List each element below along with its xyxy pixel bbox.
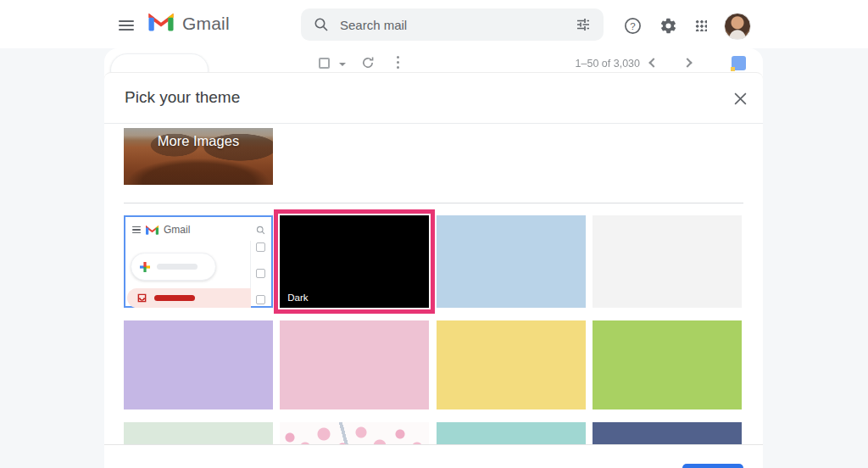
- more-options-icon[interactable]: [397, 56, 399, 71]
- theme-tile-teal[interactable]: [437, 422, 586, 444]
- google-apps-icon[interactable]: [692, 16, 710, 35]
- theme-tile-daffodil[interactable]: [437, 320, 586, 410]
- theme-scroll-area: More Images Gmail Dark: [104, 124, 763, 444]
- theme-tile-slate[interactable]: [593, 422, 742, 444]
- theme-tile-label: Dark: [287, 292, 308, 303]
- gmail-brand: Gmail: [148, 12, 230, 35]
- preview-compose-button: [131, 253, 216, 281]
- preview-inbox-row: [127, 288, 251, 308]
- theme-tile-lavender[interactable]: [124, 320, 273, 410]
- save-button[interactable]: [682, 464, 743, 468]
- older-page-icon[interactable]: [682, 58, 692, 67]
- result-count: 1–50 of 3,030: [520, 58, 640, 70]
- dialog-footer: [104, 444, 763, 468]
- search-options-icon[interactable]: [573, 14, 593, 35]
- close-icon[interactable]: [732, 90, 748, 107]
- theme-tile-mint[interactable]: [124, 422, 273, 444]
- preview-checkbox: [256, 269, 265, 278]
- preview-inbox-icon: [137, 293, 147, 303]
- newer-page-icon[interactable]: [648, 58, 658, 67]
- dialog-title: Pick your theme: [125, 88, 240, 107]
- theme-tile-light-gray[interactable]: [593, 215, 742, 308]
- settings-gear-icon[interactable]: [659, 16, 677, 35]
- gmail-logo-icon: [148, 12, 174, 35]
- preview-menu-icon: [132, 225, 141, 236]
- preview-search-icon: [256, 226, 265, 235]
- svg-text:?: ?: [630, 20, 635, 31]
- select-dropdown-caret-icon[interactable]: [339, 63, 346, 66]
- calendar-panel-icon[interactable]: [732, 56, 746, 70]
- theme-tile-rose[interactable]: [280, 320, 429, 410]
- search-input[interactable]: Search mail: [301, 8, 604, 41]
- help-icon[interactable]: ?: [623, 16, 642, 35]
- select-all-checkbox[interactable]: [319, 58, 330, 69]
- preview-text-bar: [157, 264, 198, 270]
- preview-topbar: Gmail: [125, 217, 271, 236]
- gmail-wordmark: Gmail: [182, 14, 230, 34]
- preview-checkbox: [256, 295, 265, 304]
- preview-gmail-logo-icon: [146, 225, 159, 235]
- theme-tile-green[interactable]: [593, 320, 742, 410]
- account-avatar[interactable]: [724, 13, 751, 40]
- preview-inbox-label-bar: [154, 295, 195, 301]
- preview-compose-plus-icon: [140, 262, 150, 272]
- more-images-tile[interactable]: More Images: [124, 128, 273, 185]
- gmail-header: Gmail Search mail ?: [0, 0, 868, 48]
- search-placeholder: Search mail: [340, 18, 573, 32]
- theme-tile-soft-blue[interactable]: [437, 215, 586, 308]
- more-images-label: More Images: [124, 133, 273, 149]
- theme-tile-blossom[interactable]: [280, 422, 429, 444]
- mail-toolbar: 1–50 of 3,030: [104, 48, 763, 72]
- section-divider: [124, 203, 743, 203]
- preview-checkbox: [256, 242, 265, 252]
- search-icon[interactable]: [311, 14, 331, 35]
- theme-picker-dialog: Pick your theme More Images Gmail: [104, 72, 763, 468]
- dialog-header: Pick your theme: [104, 73, 763, 124]
- theme-grid: Gmail Dark: [124, 215, 742, 444]
- refresh-icon[interactable]: [361, 56, 375, 73]
- theme-tile-dark[interactable]: Dark: [280, 215, 429, 308]
- theme-tile-default-light[interactable]: Gmail: [124, 215, 273, 308]
- main-menu-icon[interactable]: [116, 14, 136, 35]
- preview-gmail-wordmark: Gmail: [164, 224, 251, 236]
